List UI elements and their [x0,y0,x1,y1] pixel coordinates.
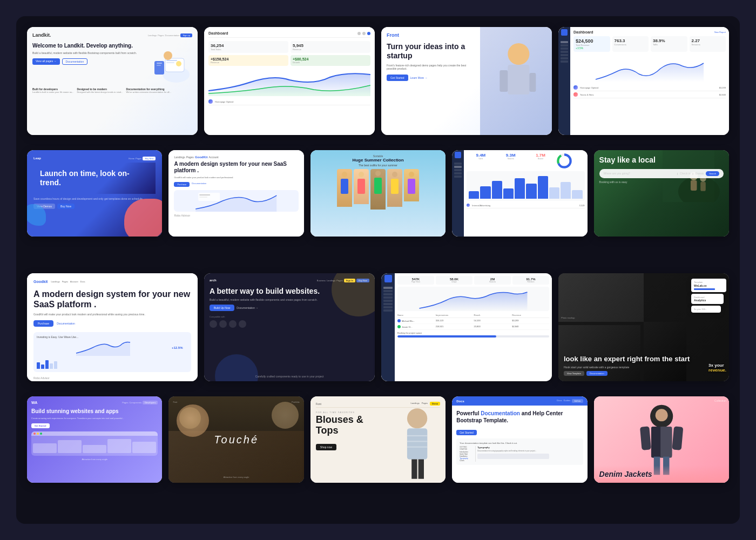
expert-btn2[interactable]: Documentation [586,371,608,376]
expert-btn1[interactable]: View Template [564,371,584,376]
svg-rect-40 [672,426,683,450]
search-btn[interactable]: Search [706,171,719,176]
expert-sub: Hook start your solid website with a gor… [564,366,724,369]
nav-item: Landings [51,280,59,283]
svg-point-34 [655,409,667,421]
card-stay[interactable]: Stay like a local Where are you going? |… [594,150,729,237]
svg-rect-39 [640,426,651,450]
card-leap[interactable]: Leap Home Pages Buy Now Launch on time, … [27,150,162,237]
table-row1: Internal Advertising [472,204,527,207]
stat-revenue: +$158,524 [211,57,286,61]
leap-btn2[interactable]: Buy Now [57,204,75,209]
robo-btn2[interactable]: Documentation [192,182,206,187]
search-placeholder[interactable]: Where are you going? [604,172,675,175]
card-blouses[interactable]: Font Landings Pages Demo For all time fa… [310,396,446,483]
goodkit-brand: Robo Advisor [33,376,191,380]
bar [492,181,502,199]
nav-cta[interactable]: GitHub [572,399,583,403]
arch-btn2[interactable]: Documentation → [237,305,258,311]
docs-btn[interactable]: Get Started [456,430,477,435]
stat-36254: 36,254 [211,43,286,48]
card-touche[interactable]: Font Portfolio Touché Attractive from ev… [168,396,303,483]
svg-rect-4 [166,62,174,63]
gallery-row-4: WA Pages Components Developers Build stu… [27,396,729,513]
svg-rect-12 [530,73,536,92]
svg-rect-11 [500,70,508,92]
goodkit-hero: A modern design system for your new SaaS… [33,289,191,309]
nav-cta[interactable]: Buy Now [143,157,156,160]
card-falcon[interactable]: 547K Page Views 58.6K Unique 2M Sessions [381,273,552,381]
card-denim[interactable]: Collection Denim Jackets [594,396,729,483]
arch-btn[interactable]: Build Up Now [210,305,234,311]
gallery-row-1: Landkit. Landings Pages Documentation Si… [27,27,729,144]
card-front[interactable]: Front Landings Pages Blog Shop Buy Now T… [381,27,552,135]
card-analytics-dash[interactable]: Dashboard 36,254 Total Sales 5,945 Reven [204,27,375,135]
svg-rect-10 [508,65,530,94]
card-expert[interactable]: Template WeLab.co Dashboard Analytics 3x… [558,273,729,381]
nav-cta[interactable]: Developers [143,401,158,404]
landkit-btn2[interactable]: Documentation [62,58,88,65]
card-webpixels[interactable]: WA Pages Components Developers Build stu… [27,396,162,483]
front-sub: Front's feature-rich designed demo pages… [387,64,475,70]
nav-item: Account [70,280,78,283]
nav-item: Landings [174,156,185,159]
card-summer[interactable]: Sortable Huge Summer Collection The best… [310,150,446,237]
table-item2: Teams & Sites [580,93,652,96]
svg-rect-3 [166,60,177,61]
bar [538,176,548,199]
svg-rect-38 [660,427,672,458]
webpixels-sub: Create amazing web experiences for every… [31,417,158,420]
nav-cta[interactable]: Sign up [180,33,192,37]
table-val2: $2,840 [654,93,726,96]
landkit-btn1[interactable]: View all pages → [32,58,60,65]
svg-rect-32 [407,447,427,448]
blouses-btn[interactable]: Shop now [316,444,336,450]
webpixels-logo: WA [31,401,37,404]
webpixels-footer: Attractive from every angle [31,458,158,461]
card-dashboard2[interactable]: Dashboard New Report $24,500 Total Reven… [558,27,729,135]
robo-btn1[interactable]: Purchase [174,182,190,187]
card-robo[interactable]: Landings Pages GoodKit Account A modern … [168,150,303,237]
nav-item: Business [317,279,326,282]
arch-footer: Carefully crafted components ready to us… [210,375,369,378]
goodkit-btn2[interactable]: Documentation [57,320,75,327]
bar [480,186,490,199]
landkit-sub: Build a beautiful, modern website with f… [32,51,149,55]
blouses-tag: For all time favorites [316,411,384,414]
dash2-val4: 2.27 [692,38,724,43]
dash2-val1: $24,500 [576,38,608,44]
goodkit-logo: Goodkit [33,280,48,284]
card-goodkit-lg[interactable]: Goodkit Landings Pages Account Docs A mo… [27,273,198,381]
svg-rect-30 [407,435,427,436]
goodkit-btn1[interactable]: Purchase [33,320,53,327]
nav-item: Home [129,157,134,160]
nav-item: Landings [148,34,157,37]
svg-rect-37 [651,427,660,458]
summer-title: Huge Summer Collection [315,158,441,163]
table-user1: Homepage Optimal [215,100,370,103]
robo-sub: GoodKit will make your product look mode… [174,176,298,179]
webpixels-btn[interactable]: Get Started [31,423,50,428]
nav-item: Pages [122,401,128,404]
svg-rect-8 [157,65,161,66]
nav-item: Docs [557,399,562,403]
nav-item: Pages [136,157,141,160]
front-btn2[interactable]: Learn More → [410,75,428,81]
svg-point-25 [407,408,427,428]
nav-item: Guides [563,399,570,403]
stat-9.3m: 9.3M [497,153,525,158]
card-arch[interactable]: arch Business Landings Pages Sign In Buy… [204,273,375,381]
landkit-hero: Welcome to Landkit. Develop anything. [32,42,149,49]
leap-logo: Leap [33,157,41,160]
stat-5945: 5,945 [293,43,368,48]
card-landkit[interactable]: Landkit. Landings Pages Documentation Si… [27,27,198,135]
stay-subtitle: Booking with us is easy [599,180,724,184]
svg-rect-27 [407,429,427,460]
svg-rect-7 [157,63,162,64]
leap-sub: Save countless hours of design and devel… [33,197,156,200]
svg-rect-14 [200,194,211,195]
card-analytics3[interactable]: 9.4M Users 9.3M Sessions 1.7M Bounce [452,150,587,237]
denim-hero: Denim Jackets [599,470,724,478]
front-btn1[interactable]: Get Started [387,75,408,81]
card-docs[interactable]: Docs Docs Guides GitHub Powerful Documen… [452,396,587,483]
